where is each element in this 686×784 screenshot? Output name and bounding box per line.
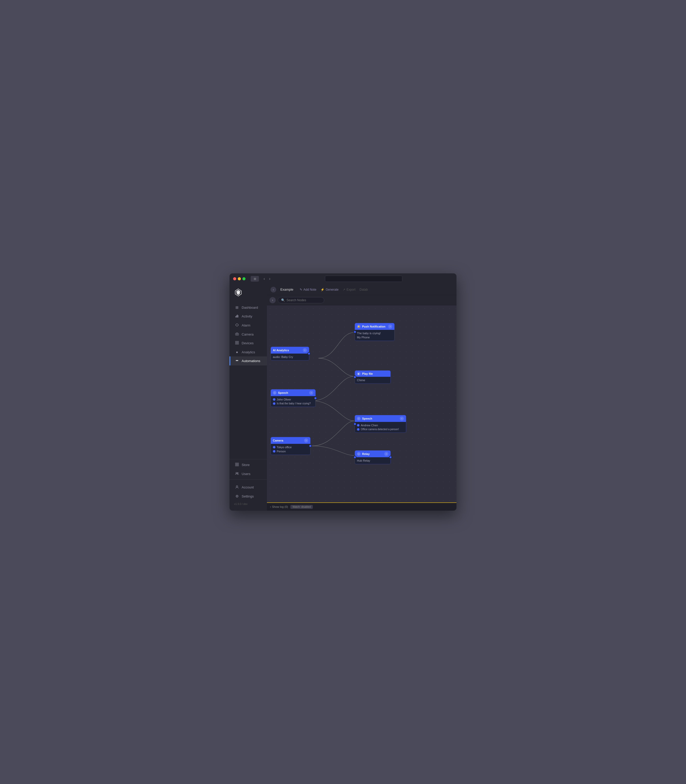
maximize-button[interactable] [242, 277, 245, 280]
status-bar: › Show log (0) Watch: disabled [267, 502, 456, 511]
titlebar-search-input[interactable] [325, 276, 402, 282]
node-relay[interactable]: › Relay › Hub Relay [354, 450, 391, 464]
sidebar-item-settings[interactable]: ⚙ Settings [230, 492, 267, 501]
speech1-expand-button[interactable]: › [309, 391, 314, 395]
analytics-icon: ● [235, 350, 239, 354]
node-play-file[interactable]: ▶ Play file Chime [354, 370, 391, 384]
svg-rect-9 [235, 343, 237, 344]
svg-point-16 [237, 472, 238, 474]
camera-expand-button[interactable]: › [304, 438, 308, 443]
speech2-dot2: › [357, 428, 359, 431]
svg-point-0 [237, 292, 239, 293]
play-file-input-port[interactable] [353, 376, 356, 379]
sidebar-bottom: Account ⚙ Settings v1.9.0 / dev [230, 479, 267, 511]
show-log-label: Show log (0) [272, 505, 288, 508]
sidebar-label-users: Users [242, 472, 250, 476]
dashboard-icon: ⊞ [235, 305, 239, 309]
ai-analytics-title: AI Analytics [273, 349, 301, 352]
generate-icon: ⚡ [320, 288, 324, 291]
ai-analytics-output-port[interactable] [307, 352, 310, 355]
collapse-sidebar-button[interactable]: ‹ [271, 287, 276, 292]
logo-area [230, 284, 267, 302]
node-speech2[interactable]: › Speech › › Andrew Chen › Office cam [354, 415, 406, 433]
canvas-inner: 🔔 Push Notification › The baby is crying… [267, 305, 456, 502]
content-area: ‹ Example ✎ Add Note ⚡ Generate ↗ Export [267, 284, 456, 511]
back-button[interactable]: ‹ [262, 276, 266, 282]
content-header: ‹ Example ✎ Add Note ⚡ Generate ↗ Export [267, 284, 456, 295]
minimize-button[interactable] [238, 277, 241, 280]
speech2-input-port[interactable] [353, 422, 356, 426]
sidebar: ⊞ Dashboard Activity [230, 284, 267, 511]
activity-icon [235, 314, 239, 318]
speech2-line2: Office camera detected a person! [361, 428, 399, 431]
camera-body: › Tokyo office › Person [271, 444, 310, 455]
search-icon: 🔍 [281, 298, 285, 302]
sidebar-item-alarm[interactable]: Alarm [230, 321, 267, 330]
relay-output-port[interactable] [389, 456, 392, 459]
ai-analytics-body: audio: Baby Cry [271, 354, 309, 360]
speech2-line1: Andrew Chen [361, 424, 378, 427]
sidebar-label-account: Account [242, 485, 254, 489]
push-notification-body: The baby is crying! My Phone [355, 330, 394, 341]
relay-input-port[interactable] [353, 456, 356, 459]
svg-rect-3 [237, 315, 237, 317]
play-file-title: Play file [362, 372, 389, 375]
logo-icon [235, 288, 242, 298]
speech2-icon: › [357, 417, 361, 420]
sidebar-item-activity[interactable]: Activity [230, 312, 267, 321]
sidebar-label-camera: Camera [242, 332, 253, 336]
speech1-title: Speech [278, 391, 308, 394]
show-log-button[interactable]: › Show log (0) [270, 505, 288, 508]
sidebar-toggle-button[interactable]: ⊟ [251, 276, 259, 282]
forward-button[interactable]: › [268, 276, 272, 282]
relay-body: Hub Relay [355, 457, 390, 464]
show-log-arrow: › [270, 505, 271, 508]
sidebar-item-camera[interactable]: Camera [230, 330, 267, 339]
speech2-expand-button[interactable]: › [400, 416, 404, 421]
svg-rect-4 [238, 315, 238, 317]
camera-output-port[interactable] [309, 444, 312, 448]
sidebar-item-analytics[interactable]: ● Analytics [230, 348, 267, 356]
titlebar: ⊟ ‹ › [230, 273, 456, 284]
ai-line1: audio: Baby Cry [273, 355, 293, 358]
speech2-body: › Andrew Chen › Office camera detected a… [355, 422, 406, 433]
speech1-output-port[interactable] [314, 397, 317, 400]
export-button[interactable]: ↗ Export [343, 288, 356, 291]
ai-expand-button[interactable]: › [303, 348, 307, 352]
svg-rect-13 [235, 465, 237, 466]
sidebar-item-account[interactable]: Account [230, 483, 267, 492]
add-note-icon: ✎ [300, 288, 302, 291]
sidebar-label-automations: Automations [242, 359, 260, 363]
sidebar-label-settings: Settings [242, 494, 254, 498]
close-button[interactable] [233, 277, 236, 280]
sidebar-label-dashboard: Dashboard [242, 305, 258, 309]
node-ai-analytics[interactable]: AI Analytics › audio: Baby Cry [271, 346, 309, 361]
svg-point-15 [236, 472, 237, 474]
datab-button[interactable]: Datab [359, 288, 368, 291]
svg-rect-10 [237, 343, 238, 344]
canvas-area[interactable]: 🔔 Push Notification › The baby is crying… [267, 305, 456, 502]
sidebar-item-devices[interactable]: Devices [230, 339, 267, 348]
speech1-body: › John Oliver › Is that the baby I hear … [271, 396, 315, 407]
speech1-line1: John Oliver [277, 398, 291, 401]
sidebar-item-store[interactable]: Store [230, 461, 267, 469]
node-ai-header: AI Analytics › [271, 347, 309, 354]
add-note-button[interactable]: ✎ Add Note [300, 288, 317, 291]
sidebar-item-automations[interactable]: Automations [230, 356, 267, 366]
generate-button[interactable]: ⚡ Generate [320, 288, 339, 291]
push-notification-title: Push Notification [362, 325, 387, 328]
relay-icon: › [357, 452, 361, 456]
relay-expand-button[interactable]: › [384, 452, 389, 456]
canvas-expand-button[interactable]: › [270, 297, 276, 303]
search-nodes-input[interactable] [286, 298, 320, 302]
push-line1: The baby is crying! [357, 332, 381, 335]
watch-badge[interactable]: Watch: disabled [291, 505, 313, 509]
node-push-notification[interactable]: 🔔 Push Notification › The baby is crying… [354, 323, 395, 341]
push-notification-input-port[interactable] [353, 330, 356, 333]
node-speech1[interactable]: › Speech › › John Oliver › Is that th [271, 389, 316, 407]
sidebar-item-users[interactable]: Users [230, 469, 267, 479]
node-camera[interactable]: Camera › › Tokyo office › Person [271, 437, 310, 455]
push-expand-button[interactable]: › [388, 324, 392, 328]
node-push-header: 🔔 Push Notification › [355, 323, 394, 330]
sidebar-item-dashboard[interactable]: ⊞ Dashboard [230, 303, 267, 312]
